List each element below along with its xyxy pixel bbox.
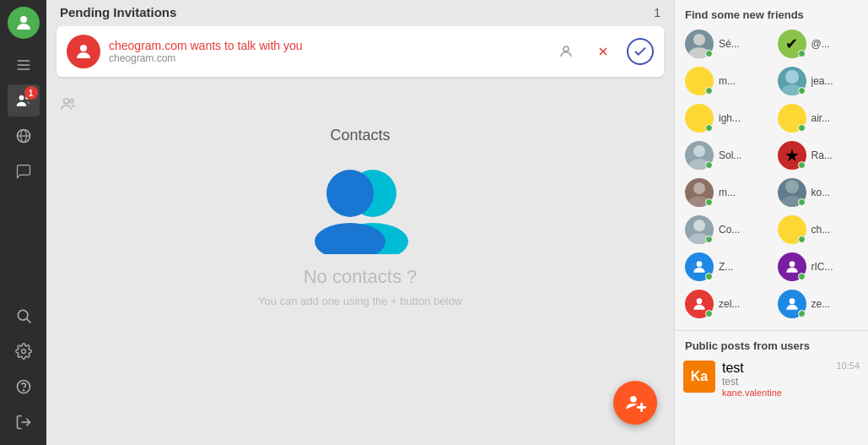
invitation-user-button[interactable] bbox=[553, 38, 580, 65]
contacts-title: Contacts bbox=[46, 120, 674, 144]
invitation-text: wants to talk with you bbox=[190, 39, 302, 52]
sidebar-item-search[interactable] bbox=[8, 300, 40, 332]
post-title: test bbox=[722, 361, 744, 375]
friend-avatar bbox=[778, 290, 806, 318]
main-content: Pending Invitations 1 cheogram.com wants… bbox=[46, 0, 674, 445]
list-item[interactable]: igh... bbox=[680, 100, 771, 136]
svg-point-20 bbox=[70, 100, 73, 103]
friend-avatar bbox=[685, 141, 714, 170]
svg-point-40 bbox=[697, 261, 703, 267]
right-panel: Find some new friends Sé... ✔ @... bbox=[674, 0, 868, 445]
sidebar-item-globe[interactable] bbox=[8, 120, 40, 152]
friend-avatar bbox=[778, 252, 806, 281]
invitation-info: cheogram.com wants to talk with you cheo… bbox=[109, 39, 544, 64]
list-item[interactable]: jea... bbox=[773, 63, 864, 99]
public-posts-title: Public posts from users bbox=[675, 334, 868, 355]
list-item[interactable]: ch... bbox=[773, 212, 864, 247]
friend-name: Sé... bbox=[719, 38, 740, 50]
contacts-empty-sub: You can add one using the + button below bbox=[258, 295, 462, 307]
svg-point-0 bbox=[20, 16, 27, 23]
friend-avatar bbox=[685, 290, 714, 318]
friend-avatar bbox=[778, 215, 806, 244]
invitation-title: cheogram.com wants to talk with you bbox=[109, 39, 544, 52]
friend-avatar bbox=[685, 215, 714, 244]
friend-name: m... bbox=[719, 75, 736, 87]
post-time: 10:54 bbox=[836, 361, 860, 371]
add-contact-fab[interactable] bbox=[613, 381, 657, 425]
invitation-card: cheogram.com wants to talk with you cheo… bbox=[57, 26, 664, 77]
svg-point-43 bbox=[789, 298, 795, 304]
friend-avatar: ✔ bbox=[778, 30, 806, 58]
list-item[interactable]: Sol... bbox=[680, 138, 771, 173]
sidebar-item-logout[interactable] bbox=[8, 406, 40, 438]
friend-name: Co... bbox=[719, 224, 740, 236]
friend-name: Ra... bbox=[811, 149, 833, 161]
contacts-header-row bbox=[46, 92, 674, 120]
post-user: kane.valentine bbox=[722, 388, 860, 398]
invitation-reject-button[interactable] bbox=[590, 38, 617, 65]
sidebar-item-help[interactable] bbox=[8, 371, 40, 403]
svg-point-15 bbox=[80, 45, 87, 52]
invitation-avatar bbox=[67, 35, 100, 68]
contacts-area: Contacts No contacts ? You can add one u… bbox=[46, 84, 674, 445]
list-item[interactable]: rIC... bbox=[773, 249, 864, 285]
friend-avatar bbox=[778, 178, 806, 207]
contacts-header-icon bbox=[60, 95, 77, 117]
friend-name: jea... bbox=[811, 75, 833, 87]
list-item[interactable]: ze... bbox=[773, 286, 864, 322]
svg-point-42 bbox=[697, 298, 703, 304]
pending-title: Pending Invitations bbox=[60, 5, 176, 19]
friend-avatar bbox=[685, 30, 714, 58]
post-item[interactable]: Ka test 10:54 test kane.valentine bbox=[675, 355, 868, 404]
friend-avatar bbox=[685, 67, 714, 95]
pending-header: Pending Invitations 1 bbox=[46, 0, 674, 23]
svg-rect-3 bbox=[17, 68, 30, 70]
friend-name: Z... bbox=[719, 261, 733, 273]
pending-count: 1 bbox=[654, 6, 660, 19]
sidebar-item-settings[interactable] bbox=[8, 335, 40, 367]
sidebar-avatar[interactable] bbox=[8, 7, 40, 39]
sidebar-item-chat[interactable] bbox=[8, 49, 40, 81]
svg-point-34 bbox=[693, 182, 705, 194]
list-item[interactable]: m... bbox=[680, 63, 771, 99]
svg-rect-1 bbox=[17, 60, 30, 62]
list-item[interactable]: air... bbox=[773, 100, 864, 136]
svg-point-30 bbox=[785, 70, 799, 84]
friend-avatar bbox=[778, 67, 806, 95]
list-item[interactable]: Co... bbox=[680, 212, 771, 247]
svg-point-4 bbox=[19, 95, 24, 100]
friend-name: air... bbox=[811, 112, 831, 124]
friend-name: igh... bbox=[719, 112, 741, 124]
list-item[interactable]: m... bbox=[680, 175, 771, 210]
contacts-badge: 1 bbox=[24, 86, 38, 100]
svg-point-41 bbox=[789, 261, 795, 267]
invitation-accept-button[interactable] bbox=[627, 38, 654, 65]
friend-name: m... bbox=[719, 187, 736, 198]
contacts-empty-text: No contacts ? bbox=[304, 266, 418, 288]
list-item[interactable]: Z... bbox=[680, 249, 771, 285]
friends-grid: Sé... ✔ @... m... jea... bbox=[675, 26, 868, 327]
svg-point-19 bbox=[64, 99, 69, 104]
svg-point-32 bbox=[693, 145, 705, 157]
sidebar-item-messages[interactable] bbox=[8, 155, 40, 187]
list-item[interactable]: ko... bbox=[773, 175, 864, 210]
svg-point-11 bbox=[21, 350, 25, 354]
contacts-empty-icon bbox=[293, 161, 428, 258]
svg-point-9 bbox=[18, 310, 28, 320]
friend-name: ze... bbox=[811, 298, 831, 310]
divider bbox=[675, 330, 868, 331]
friends-section-title: Find some new friends bbox=[675, 0, 868, 26]
post-avatar: Ka bbox=[683, 361, 715, 393]
list-item[interactable]: Sé... bbox=[680, 26, 771, 62]
friend-name: ko... bbox=[811, 187, 831, 198]
sidebar-item-contacts[interactable]: 1 bbox=[8, 84, 40, 117]
list-item[interactable]: ★ Ra... bbox=[773, 138, 864, 173]
svg-rect-2 bbox=[17, 64, 30, 66]
list-item[interactable]: ✔ @... bbox=[773, 26, 864, 62]
friend-avatar bbox=[685, 104, 714, 133]
friend-avatar bbox=[778, 104, 806, 133]
svg-point-28 bbox=[693, 34, 705, 46]
list-item[interactable]: zel... bbox=[680, 286, 771, 322]
friend-name: rIC... bbox=[811, 261, 833, 273]
invitation-actions bbox=[553, 38, 654, 65]
